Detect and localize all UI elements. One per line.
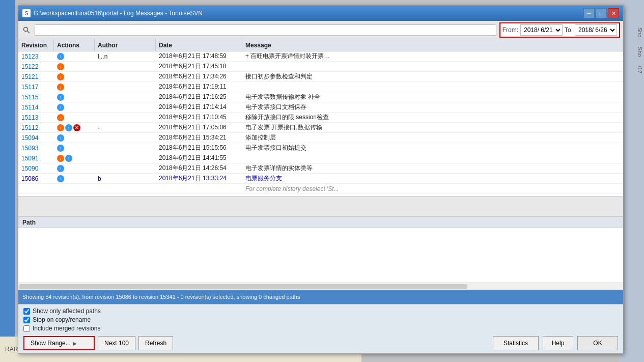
message-cell: + 百旺电票开票详情封装开票… [242, 52, 623, 61]
message-cell: 添加控制层 [242, 133, 623, 142]
action-icon-blue: ↑ [57, 94, 64, 101]
checkbox-show-affected-input[interactable] [23, 308, 30, 315]
revision-cell[interactable]: 15090 [18, 165, 54, 172]
svg-line-1 [27, 31, 30, 33]
statistics-button[interactable]: Statistics [493, 336, 539, 350]
revision-cell[interactable]: 15091 [18, 155, 54, 162]
action-icon-blue: ↑ [65, 124, 72, 131]
action-icon-blue: ↑ [57, 134, 64, 142]
date-cell: 2018年6月21日 17:05:06 [156, 123, 242, 132]
date-cell: 2018年6月21日 17:45:18 [156, 62, 242, 71]
actions-cell: ↓ ↑ [54, 155, 95, 162]
minimize-button[interactable]: ─ [583, 8, 595, 18]
bg-left [0, 0, 15, 362]
bottom-controls: Show only affected paths Stop on copy/re… [18, 304, 623, 353]
table-row[interactable]: 15091 ↓ ↑ 2018年6月21日 14:41:55 [18, 153, 623, 163]
to-date-select[interactable]: 2018/ 6/26 [575, 24, 617, 36]
action-icon-blue: ↑ [57, 175, 64, 182]
search-icon [21, 25, 32, 35]
message-cell: 电子发票详情的实体类等 [242, 164, 623, 173]
action-icon-orange: ↓ [57, 124, 64, 131]
table-row[interactable]: 15113 ↓ 2018年6月21日 17:10:45 移除开放接口的限 ses… [18, 113, 623, 123]
header-message: Message [242, 39, 623, 51]
revision-cell[interactable]: 15121 [18, 73, 54, 80]
actions-cell: ↓ [54, 73, 95, 80]
action-icon-blue: ↑ [57, 165, 64, 172]
revision-cell[interactable]: 15114 [18, 104, 54, 111]
checkbox-include-merged[interactable]: Include merged revisions [23, 325, 618, 332]
revision-cell[interactable]: 15115 [18, 94, 54, 101]
ok-button[interactable]: OK [577, 336, 618, 350]
revision-cell[interactable]: 15093 [18, 145, 54, 152]
svg-point-0 [24, 27, 28, 31]
from-date-select[interactable]: 2018/ 6/21 [520, 24, 563, 36]
path-content [18, 228, 623, 283]
action-icon-blue: ↑ [57, 104, 64, 111]
date-cell: 2018年6月21日 13:33:24 [156, 174, 242, 183]
actions-cell: ↑ [54, 104, 95, 111]
action-icon-orange: ↓ [57, 114, 64, 121]
table-row[interactable]: 15121 ↓ 2018年6月21日 17:34:26 接口初步参数检查和判定 [18, 72, 623, 82]
revision-cell[interactable]: 15123 [18, 53, 54, 60]
date-cell: 2018年6月21日 15:34:21 [156, 133, 242, 142]
header-revision: Revision [18, 39, 54, 51]
show-range-button[interactable]: Show Range... ▶ [23, 336, 95, 350]
button-row: Show Range... ▶ Next 100 Refresh Statist… [23, 336, 618, 350]
checkbox-include-merged-label: Include merged revisions [33, 325, 100, 332]
refresh-button[interactable]: Refresh [138, 336, 173, 350]
close-button[interactable]: ✕ [608, 8, 619, 18]
table-row[interactable]: 15114 ↑ 2018年6月21日 17:14:14 电子发票接口文档保存 [18, 102, 623, 113]
h-scrollbar-thumb[interactable] [19, 284, 467, 289]
table-row[interactable]: 15090 ↑ 2018年6月21日 14:26:54 电子发票详情的实体类等 [18, 163, 623, 174]
checkbox-include-merged-input[interactable] [23, 325, 30, 332]
revision-cell[interactable]: 15112 [18, 124, 54, 131]
search-input[interactable] [35, 24, 496, 36]
next-100-button[interactable]: Next 100 [98, 336, 135, 350]
actions-cell: ↑ [54, 145, 95, 152]
date-cell: 2018年6月21日 17:10:45 [156, 113, 242, 122]
date-cell: 2018年6月21日 14:26:54 [156, 164, 242, 173]
revision-cell[interactable]: 15094 [18, 134, 54, 142]
footer-message: For complete history deselect 'St... [242, 185, 623, 192]
checkbox-show-affected[interactable]: Show only affected paths [23, 308, 618, 315]
titlebar: S G:\workspaceofluna0516\portal - Log Me… [18, 6, 623, 21]
table-row[interactable]: 15086 ↑ b 2018年6月21日 13:33:24 电票服务分支 [18, 174, 623, 184]
actions-cell: ↓ [54, 63, 95, 70]
actions-cell: ↑ [54, 53, 95, 60]
header-actions: Actions [54, 39, 95, 51]
revision-cell[interactable]: 15122 [18, 63, 54, 70]
header-author: Author [95, 39, 156, 51]
revision-cell[interactable]: 15113 [18, 114, 54, 121]
action-icon-blue: ↑ [57, 145, 64, 152]
date-cell: 2018年6月21日 17:19:11 [156, 82, 242, 91]
table-row[interactable]: 15115 ↑ 2018年6月21日 17:16:25 电子发票数据传输对象 补… [18, 92, 623, 102]
message-cell: 电票服务分支 [242, 174, 623, 183]
checkbox-stop-on-copy[interactable]: Stop on copy/rename [23, 316, 618, 323]
date-cell: 2018年6月21日 17:48:59 [156, 52, 242, 61]
message-cell: 电子发票数据传输对象 补全 [242, 93, 623, 101]
action-icon-orange: ↓ [57, 63, 64, 70]
revision-cell[interactable]: 15117 [18, 83, 54, 91]
checkbox-show-affected-label: Show only affected paths [33, 308, 101, 315]
message-cell: 电子发票接口文档保存 [242, 103, 623, 112]
actions-cell: ↓ ↑ ✕ [54, 124, 95, 131]
message-cell: 移除开放接口的限 session检查 [242, 113, 623, 122]
table-row[interactable]: 15123 ↑ l...n 2018年6月21日 17:48:59 + 百旺电票… [18, 51, 623, 62]
app-icon: S [22, 9, 31, 17]
action-icon-orange: ↓ [57, 73, 64, 80]
message-cell: 接口初步参数检查和判定 [242, 72, 623, 81]
checkbox-stop-on-copy-input[interactable] [23, 317, 30, 323]
table-row[interactable]: 15112 ↓ ↑ ✕ · 2018年6月21日 17:05:06 电子发票 开… [18, 123, 623, 133]
table-row[interactable]: 15094 ↑ 2018年6月21日 15:34:21 添加控制层 [18, 133, 623, 143]
help-button[interactable]: Help [543, 336, 573, 350]
table-row[interactable]: 15093 ↑ 2018年6月21日 15:15:56 电子发票接口初始提交 [18, 143, 623, 153]
table-body: 15123 ↑ l...n 2018年6月21日 17:48:59 + 百旺电票… [18, 51, 623, 196]
toolbar: From: 2018/ 6/21 To: 2018/ 6/26 [18, 21, 623, 39]
maximize-button[interactable]: □ [596, 8, 607, 18]
titlebar-buttons: ─ □ ✕ [583, 8, 619, 18]
horizontal-scrollbar[interactable] [18, 283, 623, 290]
table-row[interactable]: 15122 ↓ 2018年6月21日 17:45:18 [18, 62, 623, 72]
table-row[interactable]: 15117 ↓ 2018年6月21日 17:19:11 [18, 82, 623, 92]
actions-cell: ↓ [54, 83, 95, 91]
revision-cell[interactable]: 15086 [18, 175, 54, 182]
